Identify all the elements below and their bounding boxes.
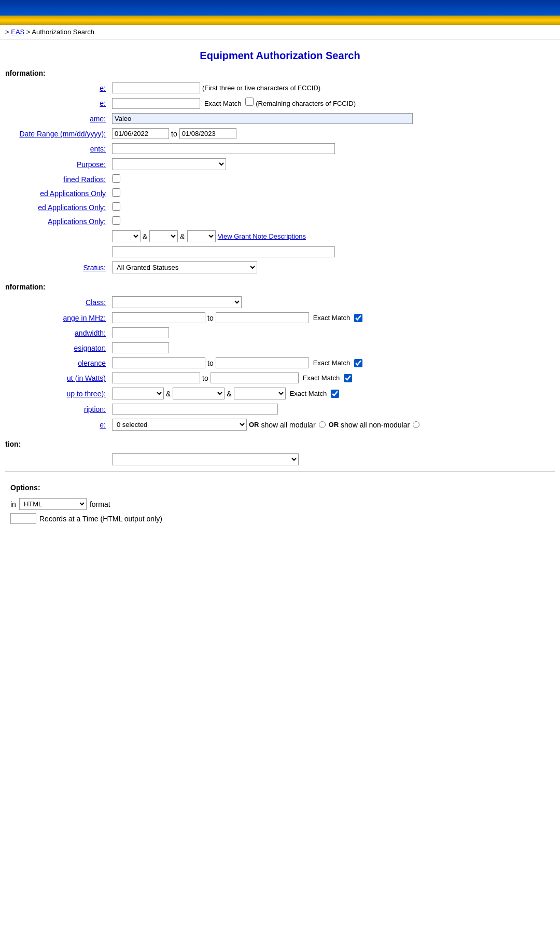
pending-apps-label: Applications Only: [48,217,106,226]
location-select[interactable] [112,453,299,465]
unprocessed-apps-row: ed Applications Only [5,186,555,200]
grant-note-select-3[interactable] [187,230,216,242]
power-to-input[interactable] [211,372,299,383]
freq-range-from-input[interactable] [112,312,205,323]
breadcrumb-eas-link[interactable]: EAS [11,28,24,36]
power-from-input[interactable] [112,372,200,383]
or-text-2: OR [329,421,339,429]
freq-range-sep: to [207,314,214,322]
records-at-time-input[interactable] [10,513,36,524]
output-format-in-label: in [10,500,16,508]
requirements-row: ents: [5,141,555,156]
module-exact-match-label: Exact Match [290,390,327,397]
output-options-section: Options: in HTML Microsoft Excel Tab Del… [5,476,555,532]
freq-class-select[interactable] [112,296,242,308]
breadcrumb-prefix: > [5,28,11,36]
output-format-row: in HTML Microsoft Excel Tab Delimited fo… [10,498,550,510]
grant-note-select-1[interactable] [112,230,141,242]
tolerance-from-input[interactable] [112,357,205,368]
exact-match-label-1: Exact Match [204,100,242,107]
terminated-apps-label: ed Applications Only: [38,203,106,212]
tolerance-row: olerance to Exact Match [5,355,555,370]
grant-note-row: & & View Grant Note Descriptions [5,228,555,244]
date-to-input[interactable] [179,128,236,139]
output-format-select[interactable]: HTML Microsoft Excel Tab Delimited [19,498,87,510]
power-exact-match-checkbox[interactable] [344,374,352,382]
freq-exact-match-checkbox[interactable] [354,314,362,322]
view-grant-note-link[interactable]: View Grant Note Descriptions [218,232,306,240]
show-all-modular-radio[interactable] [319,421,326,428]
fccid-first-row: e: (First three or five characters of FC… [5,80,555,95]
breadcrumb-suffix: > Authorization Search [24,28,94,36]
emission-designator-input[interactable] [112,342,169,353]
freq-exact-match-label: Exact Match [313,314,351,322]
terminated-apps-checkbox[interactable] [112,202,120,211]
date-range-row: Date Range (mm/dd/yyyy): to [5,126,555,141]
module-code-select-2[interactable] [173,388,225,399]
fccid-exact-match-checkbox[interactable] [245,98,254,106]
software-defined-label: fined Radios: [63,175,106,184]
status-label: Status: [83,264,106,272]
grantee-input[interactable] [112,113,413,124]
records-at-time-label: Records at a Time (HTML output only) [39,515,162,523]
freq-range-row: ange in MHz: to Exact Match [5,310,555,325]
location-row [5,451,555,467]
power-row: ut (in Watts) to Exact Match [5,370,555,385]
tolerance-exact-match-label: Exact Match [313,359,351,367]
purpose-select[interactable]: Original Class II Permissive Change Clas… [112,158,226,170]
terminated-apps-row: ed Applications Only: [5,200,555,214]
freq-range-to-input[interactable] [216,312,309,323]
power-sep: to [202,374,208,382]
grant-note-text-input[interactable] [112,246,335,257]
or-text-1: OR [249,421,259,429]
pending-apps-row: Applications Only: [5,214,555,228]
grantee-row: ame: [5,111,555,126]
date-range-label: Date Range (mm/dd/yyyy): [20,130,106,138]
software-defined-checkbox[interactable] [112,174,120,183]
date-from-input[interactable] [112,128,169,139]
equip-type-row: e: 0 selected OR show all modular OR sho… [5,417,555,433]
requirements-input[interactable] [112,143,335,154]
status-row: Status: All Granted Statuses All Statuse… [5,259,555,275]
purpose-row: Purpose: Original Class II Permissive Ch… [5,156,555,172]
fccid-remaining-hint: (Remaining characters of FCCID) [256,100,356,107]
module-code-select-1[interactable] [112,388,164,399]
grant-note-select-2[interactable] [149,230,178,242]
emission-designator-label: esignator: [74,344,106,352]
output-options-header: Options: [10,481,550,495]
unprocessed-apps-label: ed Applications Only [40,189,106,198]
show-all-modular-label: show all modular [261,421,316,429]
requirements-label: ents: [90,145,106,153]
power-exact-match-label: Exact Match [303,374,340,382]
fccid-remaining-input[interactable] [112,98,200,109]
unprocessed-apps-checkbox[interactable] [112,188,120,197]
date-separator: to [171,130,177,138]
tolerance-to-input[interactable] [216,357,309,368]
power-label: ut (in Watts) [67,374,106,382]
applicant-form-table: e: (First three or five characters of FC… [5,80,555,275]
status-select[interactable]: All Granted Statuses All Statuses Grante… [112,261,257,273]
location-form-table [5,451,555,467]
pending-apps-checkbox[interactable] [112,216,120,225]
tolerance-exact-match-checkbox[interactable] [354,359,362,367]
freq-class-row: Class: [5,294,555,310]
module-exact-match-checkbox[interactable] [331,390,339,398]
equip-type-select[interactable]: 0 selected [112,419,247,431]
fccid-first-input[interactable] [112,82,200,93]
bandwidth-input[interactable] [112,327,169,338]
page-title: Equipment Authorization Search [5,39,555,67]
applicant-info-header: nformation: [5,67,555,80]
output-format-label: format [90,500,110,508]
bandwidth-label: andwidth: [75,329,106,337]
emission-designator-row: esignator: [5,340,555,355]
grant-note-amp1: & [143,232,147,241]
module-code-select-3[interactable] [234,388,286,399]
grantee-label: ame: [90,115,106,123]
description-input[interactable] [112,404,278,415]
show-all-non-modular-radio[interactable] [413,421,419,428]
breadcrumb: > EAS > Authorization Search [0,25,560,39]
fccid-remaining-row: e: Exact Match (Remaining characters of … [5,95,555,111]
module-amp1: & [166,390,171,398]
description-row: ription: [5,402,555,417]
location-header: tion: [5,438,555,451]
